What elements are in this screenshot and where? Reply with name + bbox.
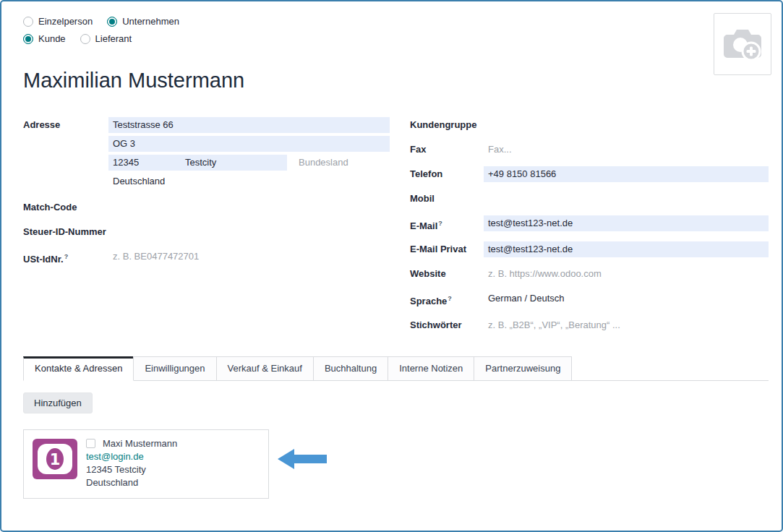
contact-checkbox[interactable] — [86, 439, 95, 448]
radio-label: Unternehmen — [122, 16, 179, 27]
annotation-arrow-left-icon — [278, 448, 328, 470]
contact-form-window: Einzelperson Unternehmen Kunde Lieferant — [0, 0, 783, 532]
vat-row: USt-IdNr.? z. B. BE0477472701 — [23, 249, 390, 266]
street2-input[interactable]: OG 3 — [108, 136, 390, 152]
contact-country: Deutschland — [86, 476, 177, 489]
tab-interne-notizen[interactable]: Interne Notizen — [388, 356, 474, 380]
add-button[interactable]: Hinzufügen — [23, 392, 93, 413]
form-right-column: Kundengruppe Fax Fax... Telefon +49 8150… — [410, 117, 769, 342]
website-row: Website z. B. https://www.odoo.com — [410, 266, 769, 282]
radio-selected-icon[interactable] — [23, 34, 33, 44]
telefon-label: Telefon — [410, 166, 484, 181]
telefon-input[interactable]: +49 8150 81566 — [484, 166, 769, 182]
vat-label: USt-IdNr.? — [23, 249, 108, 266]
radio-label: Lieferant — [95, 33, 132, 44]
email-row: E-Mail? test@test123-net.de — [410, 215, 769, 233]
email-privat-label: E-Mail Privat — [410, 241, 484, 256]
tab-buchhaltung[interactable]: Buchhaltung — [313, 356, 388, 380]
radio-label: Kunde — [38, 33, 66, 44]
tab-content: Hinzufügen 1 Maxi Muste — [23, 381, 769, 499]
notebook-tabs: Kontakte & Adressen Einwilligungen Verka… — [23, 356, 769, 381]
match-code-label: Match-Code — [23, 200, 108, 214]
stichwoerter-row: Stichwörter z. B. „B2B“, „VIP“, „Beratun… — [410, 317, 769, 333]
kundengruppe-input[interactable] — [484, 117, 769, 133]
email-privat-input[interactable]: test@test123-net.de — [484, 241, 769, 257]
radio-einzelperson[interactable]: Einzelperson — [23, 16, 93, 27]
sprache-input[interactable]: German / Deutsch — [484, 291, 769, 306]
camera-plus-icon — [722, 25, 763, 63]
tab-partnerzuweisung[interactable]: Partnerzuweisung — [474, 356, 572, 380]
tab-einwilligungen[interactable]: Einwilligungen — [133, 356, 216, 380]
tax-id-label: Steuer-ID-Nummer — [23, 224, 108, 239]
fax-input[interactable]: Fax... — [484, 142, 769, 158]
zip-city-state-row: 12345 Testcity Bundesland — [108, 155, 390, 171]
kundengruppe-label: Kundengruppe — [410, 117, 484, 132]
sprache-row: Sprache? German / Deutsch — [410, 291, 769, 308]
sprache-label-text: Sprache — [410, 296, 447, 307]
radio-unselected-icon[interactable] — [80, 34, 90, 44]
tab-verkauf-einkauf[interactable]: Verkauf & Einkauf — [216, 356, 314, 380]
website-input[interactable]: z. B. https://www.odoo.com — [484, 266, 769, 282]
tax-id-row: Steuer-ID-Nummer — [23, 224, 390, 240]
email-label-text: E-Mail — [410, 220, 437, 231]
contact-card-zone: 1 Maxi Mustermann test@login.de 12345 Te… — [23, 429, 769, 499]
contact-city-line: 12345 Testcity — [86, 463, 177, 476]
stichwoerter-input[interactable]: z. B. „B2B“, „VIP“, „Beratung“ ... — [484, 317, 769, 333]
address-fields: Teststrasse 66 OG 3 12345 Testcity Bunde… — [108, 117, 390, 189]
contact-avatar: 1 — [33, 437, 77, 491]
company-type-selector: Einzelperson Unternehmen — [23, 16, 769, 27]
contact-form: Adresse Teststrasse 66 OG 3 12345 Testci… — [23, 117, 769, 342]
address-row: Adresse Teststrasse 66 OG 3 12345 Testci… — [23, 117, 390, 189]
mobil-label: Mobil — [410, 191, 484, 205]
email-input[interactable]: test@test123-net.de — [484, 215, 769, 231]
sprache-label: Sprache? — [410, 291, 484, 308]
mobil-row: Mobil — [410, 191, 769, 207]
help-icon: ? — [448, 295, 452, 302]
email-privat-row: E-Mail Privat test@test123-net.de — [410, 241, 769, 257]
vat-label-text: USt-IdNr. — [23, 254, 64, 265]
contact-card-details: Maxi Mustermann test@login.de 12345 Test… — [86, 437, 177, 491]
radio-unselected-icon[interactable] — [23, 17, 33, 27]
contact-name: Maxi Mustermann — [103, 437, 177, 450]
tax-id-input[interactable] — [108, 224, 390, 240]
svg-text:1: 1 — [50, 450, 61, 468]
state-input[interactable]: Bundesland — [294, 155, 390, 171]
customer-vendor-selector: Kunde Lieferant — [23, 33, 769, 44]
tab-kontakte-adressen[interactable]: Kontakte & Adressen — [23, 356, 134, 381]
zip-input[interactable]: 12345 — [108, 155, 181, 171]
website-label: Website — [410, 266, 484, 280]
radio-unternehmen[interactable]: Unternehmen — [107, 16, 179, 27]
address-label: Adresse — [23, 117, 108, 132]
contact-email-link[interactable]: test@login.de — [86, 450, 144, 463]
contact-card[interactable]: 1 Maxi Mustermann test@login.de 12345 Te… — [23, 429, 269, 499]
money-bill-1-icon: 1 — [33, 439, 77, 479]
form-left-column: Adresse Teststrasse 66 OG 3 12345 Testci… — [23, 117, 390, 342]
zip-city-group: 12345 Testcity — [108, 155, 287, 171]
radio-label: Einzelperson — [38, 16, 93, 27]
stichwoerter-label: Stichwörter — [410, 317, 484, 332]
city-input[interactable]: Testcity — [181, 155, 287, 171]
page-title[interactable]: Maximilian Mustermann — [23, 69, 769, 93]
match-code-input[interactable] — [108, 200, 390, 215]
vat-input[interactable]: z. B. BE0477472701 — [108, 249, 390, 265]
radio-selected-icon[interactable] — [107, 17, 117, 27]
street-input[interactable]: Teststrasse 66 — [108, 117, 390, 133]
country-input[interactable]: Deutschland — [108, 173, 390, 189]
telefon-row: Telefon +49 8150 81566 — [410, 166, 769, 182]
match-code-row: Match-Code — [23, 200, 390, 215]
photo-upload-box[interactable] — [714, 13, 771, 75]
radio-lieferant[interactable]: Lieferant — [80, 33, 132, 44]
kundengruppe-row: Kundengruppe — [410, 117, 769, 133]
help-icon: ? — [64, 253, 69, 260]
fax-row: Fax Fax... — [410, 142, 769, 158]
fax-label: Fax — [410, 142, 484, 156]
radio-kunde[interactable]: Kunde — [23, 33, 66, 44]
email-label: E-Mail? — [410, 215, 484, 233]
contact-name-row: Maxi Mustermann — [86, 437, 177, 450]
help-icon: ? — [438, 220, 442, 227]
mobil-input[interactable] — [484, 191, 769, 207]
